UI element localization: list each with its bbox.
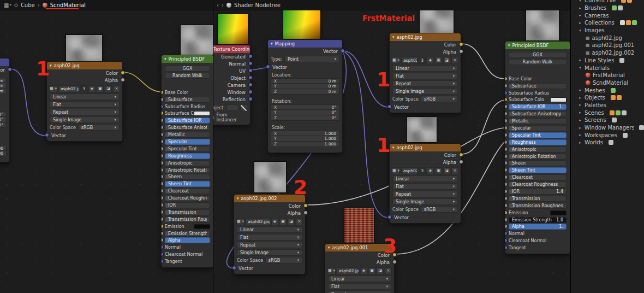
output-socket[interactable] bbox=[303, 210, 308, 215]
input-socket[interactable] bbox=[162, 203, 164, 207]
value-slider[interactable]: Specular bbox=[509, 125, 567, 131]
input-socket[interactable] bbox=[162, 189, 164, 193]
input-socket[interactable] bbox=[505, 133, 508, 137]
value-slider[interactable]: Clearcoat bbox=[509, 174, 567, 180]
collapse-icon[interactable]: ▾ bbox=[328, 245, 330, 250]
dropdown-option[interactable]: Flat▾ bbox=[392, 183, 458, 190]
dropdown-option[interactable]: Linear▾ bbox=[392, 175, 458, 182]
input-socket[interactable] bbox=[162, 125, 164, 130]
input-socket[interactable] bbox=[162, 238, 164, 242]
input-socket[interactable] bbox=[505, 210, 508, 215]
image-browse-button[interactable]: ▦▾ bbox=[392, 57, 400, 64]
mapping-node-clipped[interactable]: Vector0 m0 m0 m0°0°0°1.0001.000 bbox=[0, 58, 10, 162]
dropdown-option[interactable]: Flat▾ bbox=[392, 73, 458, 79]
color-space-dropdown[interactable]: sRGB▾ bbox=[421, 206, 458, 213]
image-name-field[interactable]: asph02.jpg.001 bbox=[337, 267, 359, 274]
user-count-badge[interactable]: 3 bbox=[80, 85, 87, 92]
input-socket[interactable] bbox=[505, 126, 508, 130]
input-socket[interactable] bbox=[162, 90, 164, 95]
color-swatch[interactable] bbox=[194, 111, 210, 116]
input-socket[interactable] bbox=[505, 154, 508, 159]
dropdown-option[interactable]: Flat▾ bbox=[50, 101, 120, 108]
input-socket[interactable] bbox=[162, 224, 164, 228]
user-count-badge[interactable]: 3 bbox=[419, 167, 426, 174]
principled-bsdf-node[interactable]: ▾Principled BSDFGGXRandom WalkBase Color… bbox=[161, 55, 213, 268]
image-texture-node[interactable]: ▾asph02.jpg.002ColorAlpha▦▾asph02.jpg.00… bbox=[234, 194, 306, 274]
disclosure-triangle-icon[interactable]: ▸ bbox=[578, 88, 582, 92]
input-socket[interactable] bbox=[45, 133, 49, 137]
disclosure-triangle-icon[interactable]: ▾ bbox=[578, 0, 582, 3]
nav-forward-button[interactable]: › bbox=[222, 2, 224, 8]
value-slider[interactable]: Transmission Roughness bbox=[165, 216, 210, 222]
axis-value-field[interactable]: Z1.000 bbox=[271, 142, 339, 147]
principled-bsdf-node[interactable]: ▾Principled BSDFGGXRandom WalkBase Color… bbox=[505, 41, 570, 254]
unlink-icon[interactable]: × bbox=[451, 57, 458, 64]
outliner-item[interactable]: ▸Screens bbox=[571, 116, 644, 124]
copy-icon[interactable]: ▣ bbox=[368, 267, 375, 274]
copy-icon[interactable]: ▣ bbox=[279, 218, 287, 225]
input-socket[interactable] bbox=[505, 140, 508, 144]
input-socket[interactable] bbox=[162, 97, 164, 102]
texture-coordinate-node[interactable]: ▾Texture CoordinateGeneratedNormalUVObje… bbox=[213, 45, 251, 125]
value-field[interactable]: 1.000 bbox=[0, 145, 7, 151]
outliner-item[interactable]: ▸Meshes bbox=[571, 86, 644, 94]
input-socket[interactable] bbox=[505, 119, 508, 123]
value-field[interactable]: 0 m bbox=[0, 89, 7, 94]
input-socket[interactable] bbox=[505, 104, 508, 109]
value-field[interactable]: 1.000 bbox=[0, 151, 7, 156]
open-folder-icon[interactable]: ◪ bbox=[377, 267, 384, 274]
fake-user-shield-icon[interactable]: ◈ bbox=[427, 57, 434, 64]
collapse-icon[interactable]: ▾ bbox=[508, 43, 510, 48]
collapse-icon[interactable]: ▾ bbox=[164, 57, 166, 61]
open-folder-icon[interactable]: ◪ bbox=[105, 85, 112, 92]
color-swatch[interactable] bbox=[550, 210, 567, 215]
dropdown-option[interactable]: Repeat▾ bbox=[328, 291, 391, 293]
dropdown-option[interactable]: Linear▾ bbox=[328, 276, 391, 282]
disclosure-triangle-icon[interactable]: ▸ bbox=[578, 21, 582, 25]
value-slider[interactable]: Subsurface IOR bbox=[165, 118, 210, 124]
user-count-badge[interactable]: 3 bbox=[419, 57, 426, 64]
output-socket[interactable] bbox=[459, 42, 463, 46]
input-socket[interactable] bbox=[162, 196, 164, 200]
editor-type-button[interactable]: ▦ ▾ bbox=[4, 2, 11, 8]
output-socket[interactable] bbox=[248, 54, 253, 58]
input-socket[interactable] bbox=[505, 97, 508, 102]
input-socket[interactable] bbox=[505, 147, 508, 151]
output-socket[interactable] bbox=[248, 75, 253, 80]
axis-value-field[interactable]: Y1.000 bbox=[271, 136, 339, 142]
dropdown-option[interactable]: Flat▾ bbox=[237, 234, 302, 241]
output-socket[interactable] bbox=[248, 61, 253, 66]
color-swatch[interactable] bbox=[194, 224, 210, 229]
value-field[interactable]: 0° bbox=[0, 117, 7, 122]
input-socket[interactable] bbox=[505, 203, 508, 208]
image-name-field[interactable]: asph02.jpg bbox=[58, 85, 79, 92]
disclosure-triangle-icon[interactable]: ▸ bbox=[578, 96, 582, 100]
value-slider[interactable]: Subsurface Anisotropy bbox=[509, 111, 567, 117]
disclosure-triangle-icon[interactable]: ▾ bbox=[578, 28, 582, 33]
value-slider[interactable]: Subsurface bbox=[509, 83, 567, 89]
image-name-field[interactable]: asph02.jpg bbox=[401, 167, 418, 174]
collapse-icon[interactable]: ▾ bbox=[50, 63, 52, 68]
output-socket[interactable] bbox=[459, 160, 463, 164]
value-slider[interactable]: Subsurface IOR1. bbox=[509, 104, 567, 110]
image-browse-button[interactable]: ▦▾ bbox=[392, 167, 400, 174]
outliner-item[interactable]: ▦asph02.jpg.002 bbox=[571, 49, 644, 57]
value-slider[interactable]: Anisotropic bbox=[509, 146, 567, 153]
input-socket[interactable] bbox=[505, 238, 508, 243]
outliner-item[interactable]: ▸Worlds bbox=[571, 139, 644, 146]
eyedropper-icon[interactable] bbox=[240, 104, 247, 112]
value-slider[interactable]: Transmission Roughness bbox=[509, 203, 567, 209]
value-field[interactable]: 0 m bbox=[0, 83, 7, 89]
output-socket[interactable] bbox=[392, 260, 397, 264]
type-dropdown[interactable]: Point▾ bbox=[284, 56, 339, 62]
input-socket[interactable] bbox=[232, 266, 236, 270]
value-slider[interactable]: Clearcoat Roughness bbox=[165, 195, 210, 201]
open-folder-icon[interactable]: ◪ bbox=[443, 167, 450, 174]
collapse-icon[interactable]: ▾ bbox=[392, 145, 395, 150]
value-slider[interactable]: Sheen bbox=[509, 160, 567, 166]
fake-user-shield-icon[interactable]: ◈ bbox=[427, 167, 434, 174]
outliner-item[interactable]: ▸Window Managers bbox=[571, 124, 644, 132]
output-socket[interactable] bbox=[121, 71, 125, 75]
copy-icon[interactable]: ▣ bbox=[435, 57, 442, 64]
disclosure-triangle-icon[interactable]: ▸ bbox=[578, 126, 582, 130]
